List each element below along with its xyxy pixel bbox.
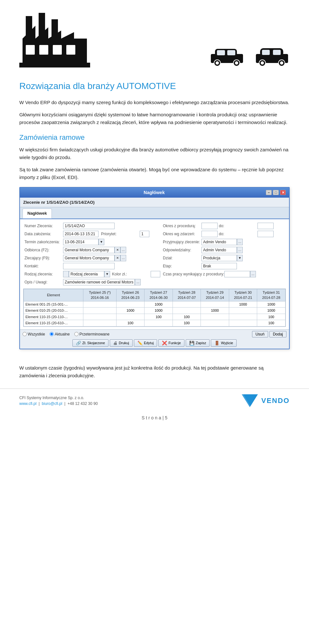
odpowiedzialny-row: Odpowiedzialny: Admin Vendo … xyxy=(163,246,285,254)
toolbar-btn-wyjście[interactable]: 🚪Wyjście xyxy=(211,339,237,347)
tab-naglowek[interactable]: Nagłówek xyxy=(23,209,52,219)
zlecajacy-row: Zlecający (F9): General Motors Company ✕… xyxy=(24,255,160,262)
data-zal-row: Data założenia: 2014-06-13 15:21 Prioryt… xyxy=(24,230,160,237)
odbiorca-clear-btn[interactable]: ✕ xyxy=(115,247,120,253)
footer-contact: www.cfi.pl | biuro@cfi.pl | +48 12 432 3… xyxy=(19,401,98,407)
svg-marker-7 xyxy=(61,32,74,39)
section-paragraph-2: Są to tak zwane zamówienia ramowe (zamów… xyxy=(19,166,290,181)
kolor-value[interactable] xyxy=(151,271,160,277)
row-data-cell: 1000 xyxy=(145,301,173,308)
footer-email[interactable]: biuro@cfi.pl xyxy=(42,401,62,406)
form-right-col: Okres z procedurą: do: Okres wg zdarzeń:… xyxy=(162,222,286,287)
rodzaj-checkbox[interactable] xyxy=(63,271,69,277)
opis-btn[interactable]: … xyxy=(135,279,141,285)
row-data-cell: 100 xyxy=(145,314,173,320)
svg-rect-8 xyxy=(26,45,35,55)
rodzaj-dropdown-btn[interactable]: ▼ xyxy=(104,271,110,277)
okres-zdarzen-do-value[interactable] xyxy=(258,231,274,237)
row-data-cell: 100 xyxy=(173,320,201,326)
dzial-value[interactable]: Produkcja xyxy=(201,255,237,261)
svg-rect-15 xyxy=(217,50,225,55)
footer-phone: +48 12 432 30 90 xyxy=(68,401,98,406)
dodaj-button[interactable]: Dodaj xyxy=(269,331,286,337)
numer-zlecenia-label: Numer Zlecenia: xyxy=(24,223,63,229)
okres-proc-row: Okres z procedurą: do: xyxy=(163,222,285,229)
vendo-logo-text: VENDO xyxy=(261,395,290,406)
row-data-cell xyxy=(145,320,173,326)
opis-value[interactable]: Zamówienie ramowe od General Motors xyxy=(63,279,135,285)
toolbar-btn-zł.-skojarzone[interactable]: 🔗Zł. Skojarzone xyxy=(72,339,108,347)
toolbar-btn-drukuj[interactable]: 🖨Drukuj xyxy=(110,339,133,347)
close-button[interactable]: ✕ xyxy=(280,190,286,195)
czas-pracy-value[interactable] xyxy=(224,271,250,277)
maximize-button[interactable]: □ xyxy=(273,190,279,195)
window-bottom-controls: Wszystkie Aktualne Przeterminowane Usuń … xyxy=(20,329,289,349)
row-data-cell xyxy=(201,314,229,320)
col-t27-header: Tydzień 272014-06-30 xyxy=(145,289,173,301)
footer-para-1: W ustalonym czasie (tygodniu) wywoływana… xyxy=(19,364,290,380)
window-title: Nagłówek xyxy=(42,189,266,196)
okres-proc-label: Okres z procedurą: xyxy=(163,223,201,229)
toolbar-btn-zapisz[interactable]: 💾Zapisz xyxy=(186,339,210,347)
footer-website[interactable]: www.cfi.pl xyxy=(19,401,36,406)
row-data-cell: 1000 xyxy=(145,308,173,314)
row-data-cell: 100 xyxy=(257,314,286,320)
footer-company-info: CFI Systemy Informatyczne Sp. z o.o. www… xyxy=(19,395,98,407)
toolbar-btn-funkcje[interactable]: ❌Funkcje xyxy=(158,339,184,347)
row-data-cell: 1000 xyxy=(201,308,229,314)
car-icon-2 xyxy=(254,42,290,70)
radio-wszystkie[interactable]: Wszystkie xyxy=(23,331,45,337)
okres-proc-do-value[interactable] xyxy=(258,223,274,229)
okres-zdarzen-do: do: xyxy=(219,231,258,237)
svg-rect-24 xyxy=(273,50,281,55)
software-window: Nagłówek – □ ✕ Zlecenie nr 1/S/14/ZAO (1… xyxy=(19,187,290,349)
svg-point-20 xyxy=(235,61,238,65)
odpowiedzialny-btn[interactable]: … xyxy=(237,247,243,253)
zlecajacy-value[interactable]: General Motors Company xyxy=(63,255,115,261)
svg-rect-9 xyxy=(39,45,48,55)
termin-value[interactable]: 13-06-2014 xyxy=(63,239,98,245)
window-controls[interactable]: – □ ✕ xyxy=(266,190,286,195)
rodzaj-value[interactable]: Rodzaj zlecenia xyxy=(69,271,104,277)
przyjmujacy-btn[interactable]: … xyxy=(237,239,243,245)
okres-proc-value[interactable] xyxy=(201,223,218,229)
priorytet-value[interactable]: 1 xyxy=(140,231,149,237)
svg-rect-10 xyxy=(53,45,62,55)
rodzaj-label: Rodzaj zlecenia: xyxy=(24,271,63,277)
odbiorca-browse-btn[interactable]: … xyxy=(120,247,126,253)
row-data-cell xyxy=(229,308,257,314)
table-row: Element 001-25 (15-001-...100010001000 xyxy=(24,301,286,308)
zlecajacy-clear-btn[interactable]: ✕ xyxy=(115,255,120,261)
okres-zdarzen-value[interactable] xyxy=(201,231,218,237)
toolbar-btn-edytuj[interactable]: ✏️Edytuj xyxy=(134,339,157,347)
minimize-button[interactable]: – xyxy=(266,190,272,195)
opis-row: Opis / Uwagi: Zamówienie ramowe od Gener… xyxy=(24,279,160,286)
przyjmujacy-value[interactable]: Admin Vendo xyxy=(201,239,237,245)
intro-paragraph: W Vendo ERP do dyspozycji mamy szereg fu… xyxy=(19,99,290,106)
dzial-dropdown-btn[interactable]: ▼ xyxy=(237,255,243,261)
etap-value[interactable]: Brak xyxy=(201,263,237,269)
svg-point-26 xyxy=(261,61,264,65)
row-element-cell: Element 010-25 (20-010-... xyxy=(24,308,83,314)
kontakt-value[interactable] xyxy=(63,263,115,269)
numer-zlecenia-value[interactable]: 1/S/14/ZAO xyxy=(63,223,115,229)
table-row: Element 110-15 (20-110-...100100100 xyxy=(24,314,286,320)
radio-aktualne[interactable]: Aktualne xyxy=(50,331,70,337)
etap-label: Etap: xyxy=(163,263,201,269)
termin-dropdown-btn[interactable]: ▼ xyxy=(98,239,104,245)
data-zal-value[interactable]: 2014-06-13 15:21 xyxy=(63,231,98,237)
odbiorca-value[interactable]: General Motors Company xyxy=(63,247,115,253)
okres-zdarzen-label: Okres wg zdarzeń: xyxy=(163,231,201,237)
row-data-cell xyxy=(201,301,229,308)
usun-button[interactable]: Usuń xyxy=(252,331,268,337)
window-subtitle: Zlecenie nr 1/S/14/ZAO (1/S/14/ZAO) xyxy=(20,198,289,208)
radio-przeterminowane[interactable]: Przeterminowane xyxy=(74,331,109,337)
odpowiedzialny-value[interactable]: Admin Vendo xyxy=(201,247,237,253)
dzial-label: Dział: xyxy=(163,255,201,261)
col-t28-header: Tydzień 282014-07-07 xyxy=(173,289,201,301)
table-header-row: Element Tydzień 25 (*)2014-06-16 Tydzień… xyxy=(24,289,286,301)
termin-row: Termin zakończenia: 13-06-2014 ▼ xyxy=(24,238,160,246)
orders-table: Element Tydzień 25 (*)2014-06-16 Tydzień… xyxy=(23,289,286,326)
czas-pracy-btn[interactable]: … xyxy=(250,271,256,277)
zlecajacy-browse-btn[interactable]: … xyxy=(120,255,126,261)
